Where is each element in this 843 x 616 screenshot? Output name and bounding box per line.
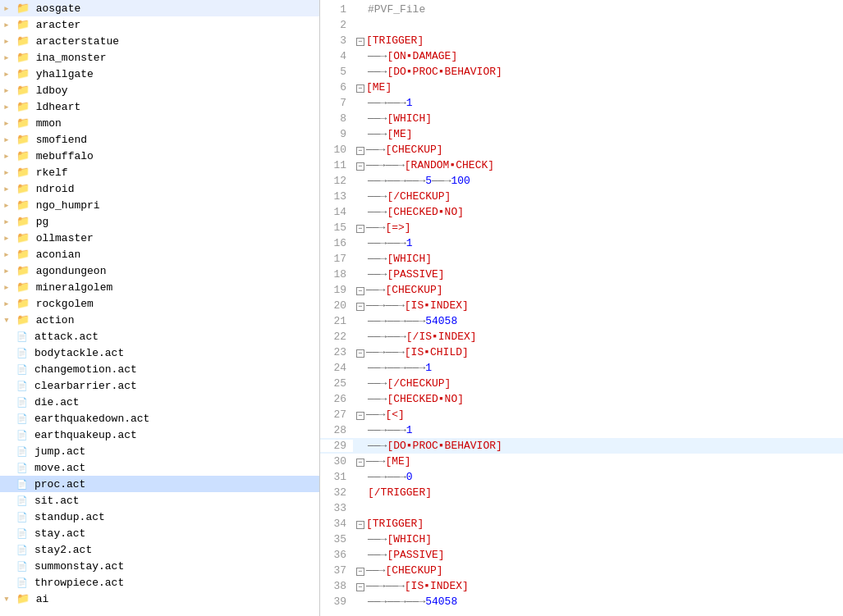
collapse-btn[interactable]: − bbox=[356, 303, 364, 311]
tree-item-sit.act[interactable]: 📄sit.act bbox=[0, 492, 319, 509]
tree-item-clearbarrier.act[interactable]: 📄clearbarrier.act bbox=[0, 377, 319, 394]
tree-label: action bbox=[36, 314, 75, 326]
file-icon: 📄 bbox=[16, 364, 28, 375]
tree-item-aracterstatue[interactable]: ▸ 📁aracterstatue bbox=[0, 33, 319, 49]
tree-label: rkelf bbox=[36, 167, 68, 179]
line-content: #PVF_File bbox=[353, 3, 843, 16]
folder-closed-icon: ▸ 📁 bbox=[3, 198, 30, 212]
line-number: 14 bbox=[320, 206, 353, 218]
collapse-btn[interactable]: − bbox=[356, 225, 364, 233]
line-number: 36 bbox=[320, 549, 353, 561]
code-line-26: 26——→[CHECKED▪NO] bbox=[320, 391, 843, 407]
tree-item-jump.act[interactable]: 📄jump.act bbox=[0, 443, 319, 459]
tree-item-pg[interactable]: ▸ 📁pg bbox=[0, 213, 319, 230]
tree-item-ndroid[interactable]: ▸ 📁ndroid bbox=[0, 180, 319, 197]
tree-item-attack.act[interactable]: 📄attack.act bbox=[0, 328, 319, 345]
tree-item-ollmaster[interactable]: ▸ 📁ollmaster bbox=[0, 230, 319, 246]
code-line-15: 15−——→[=>] bbox=[320, 220, 843, 235]
tree-item-ai[interactable]: ▾ 📁ai bbox=[0, 591, 319, 607]
tree-item-throwpiece.act[interactable]: 📄throwpiece.act bbox=[0, 574, 319, 591]
line-content: ——→[WHICH] bbox=[353, 112, 843, 125]
tree-item-mmon[interactable]: ▸ 📁mmon bbox=[0, 115, 319, 131]
tree-item-move.act[interactable]: 📄move.act bbox=[0, 459, 319, 476]
tree-item-earthquakedown.act[interactable]: 📄earthquakedown.act bbox=[0, 410, 319, 427]
tree-item-aosgate[interactable]: ▸ 📁aosgate bbox=[0, 0, 319, 16]
tree-item-earthquakeup.act[interactable]: 📄earthquakeup.act bbox=[0, 427, 319, 443]
tree-label: stay2.act bbox=[34, 544, 92, 556]
code-line-30: 30−——→[ME] bbox=[320, 454, 843, 469]
code-line-39: 39——→——→——→54058 bbox=[320, 594, 843, 609]
collapse-btn[interactable]: − bbox=[356, 412, 364, 420]
tree-item-ina_monster[interactable]: ▸ 📁ina_monster bbox=[0, 49, 319, 66]
code-line-13: 13——→[/CHECKUP] bbox=[320, 189, 843, 204]
tree-item-aconian[interactable]: ▸ 📁aconian bbox=[0, 246, 319, 262]
line-content: −——→——→[IS▪CHILD] bbox=[353, 346, 843, 358]
tree-label: sit.act bbox=[34, 495, 80, 507]
tree-label: aconian bbox=[36, 249, 81, 261]
code-line-23: 23−——→——→[IS▪CHILD] bbox=[320, 345, 843, 360]
collapse-btn[interactable]: − bbox=[356, 84, 364, 93]
folder-closed-icon: ▸ 📁 bbox=[3, 264, 30, 277]
tree-item-bodytackle.act[interactable]: 📄bodytackle.act bbox=[0, 345, 319, 361]
code-line-1: 1#PVF_File bbox=[320, 2, 843, 17]
folder-closed-icon: ▸ 📁 bbox=[3, 281, 30, 294]
line-content: −[TRIGGER] bbox=[353, 34, 843, 47]
line-content: −——→[CHECKUP] bbox=[353, 144, 843, 156]
code-line-21: 21——→——→——→54058 bbox=[320, 313, 843, 329]
collapse-btn[interactable]: − bbox=[356, 459, 364, 467]
code-line-16: 16——→——→1 bbox=[320, 235, 843, 251]
code-line-35: 35——→[WHICH] bbox=[320, 532, 843, 547]
tree-item-summonstay.act[interactable]: 📄summonstay.act bbox=[0, 558, 319, 574]
code-line-20: 20−——→——→[IS▪INDEX] bbox=[320, 298, 843, 313]
line-number: 4 bbox=[320, 50, 353, 62]
tree-item-stay.act[interactable]: 📄stay.act bbox=[0, 525, 319, 541]
line-content: ——→——→0 bbox=[353, 471, 843, 483]
tree-item-action[interactable]: ▾ 📁action bbox=[0, 312, 319, 328]
file-icon: 📄 bbox=[16, 446, 28, 457]
tree-item-rockgolem[interactable]: ▸ 📁rockgolem bbox=[0, 295, 319, 312]
code-line-11: 11−——→——→[RANDOM▪CHECK] bbox=[320, 157, 843, 173]
folder-closed-icon: ▸ 📁 bbox=[3, 84, 30, 97]
collapse-btn[interactable]: − bbox=[356, 583, 364, 591]
collapse-btn[interactable]: − bbox=[356, 568, 364, 576]
tree-item-rkelf[interactable]: ▸ 📁rkelf bbox=[0, 164, 319, 180]
tree-label: stay.act bbox=[34, 527, 85, 540]
line-content: ——→——→1 bbox=[353, 237, 843, 249]
tree-label: pg bbox=[36, 216, 49, 228]
code-line-31: 31——→——→0 bbox=[320, 469, 843, 485]
file-icon: 📄 bbox=[16, 463, 28, 473]
collapse-btn[interactable]: − bbox=[356, 349, 364, 358]
tree-item-smofiend[interactable]: ▸ 📁smofiend bbox=[0, 131, 319, 148]
tree-item-die.act[interactable]: 📄die.act bbox=[0, 394, 319, 410]
line-number: 6 bbox=[320, 81, 353, 94]
line-content: ——→[DO▪PROC▪BEHAVIOR] bbox=[353, 66, 843, 78]
line-content: −[ME] bbox=[353, 81, 843, 94]
code-line-14: 14——→[CHECKED▪NO] bbox=[320, 204, 843, 220]
code-line-37: 37−——→[CHECKUP] bbox=[320, 563, 843, 578]
tree-label: smofiend bbox=[36, 134, 87, 146]
tree-item-changemotion.act[interactable]: 📄changemotion.act bbox=[0, 361, 319, 377]
collapse-btn[interactable]: − bbox=[356, 38, 364, 46]
collapse-btn[interactable]: − bbox=[356, 147, 364, 155]
tree-label: standup.act bbox=[34, 511, 105, 523]
line-number: 32 bbox=[320, 486, 353, 499]
tree-item-agondungeon[interactable]: ▸ 📁agondungeon bbox=[0, 262, 319, 279]
tree-label: ldboy bbox=[36, 84, 68, 97]
folder-closed-icon: ▸ 📁 bbox=[3, 149, 30, 162]
collapse-btn[interactable]: − bbox=[356, 521, 364, 529]
tree-item-proc.act[interactable]: 📄proc.act bbox=[0, 476, 319, 492]
line-content: ——→[CHECKED▪NO] bbox=[353, 393, 843, 405]
tree-item-ngo_humpri[interactable]: ▸ 📁ngo_humpri bbox=[0, 197, 319, 213]
tree-item-aracter[interactable]: ▸ 📁aracter bbox=[0, 16, 319, 33]
code-line-32: 32[/TRIGGER] bbox=[320, 485, 843, 500]
tree-item-yhallgate[interactable]: ▸ 📁yhallgate bbox=[0, 66, 319, 82]
tree-item-ldboy[interactable]: ▸ 📁ldboy bbox=[0, 82, 319, 98]
collapse-btn[interactable]: − bbox=[356, 162, 364, 171]
line-number: 9 bbox=[320, 128, 353, 140]
tree-item-mebuffalo[interactable]: ▸ 📁mebuffalo bbox=[0, 148, 319, 164]
collapse-btn[interactable]: − bbox=[356, 287, 364, 295]
tree-item-mineralgolem[interactable]: ▸ 📁mineralgolem bbox=[0, 279, 319, 295]
tree-item-standup.act[interactable]: 📄standup.act bbox=[0, 509, 319, 525]
tree-item-stay2.act[interactable]: 📄stay2.act bbox=[0, 541, 319, 558]
tree-item-ldheart[interactable]: ▸ 📁ldheart bbox=[0, 98, 319, 115]
